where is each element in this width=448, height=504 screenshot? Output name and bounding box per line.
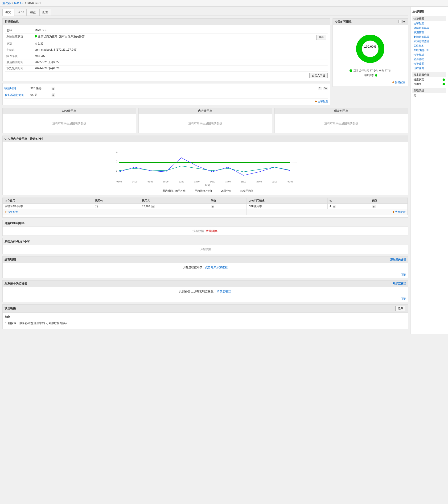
svg-text:14:00: 14:00 bbox=[210, 180, 215, 183]
threshold1-icon[interactable]: ▦ bbox=[211, 205, 214, 208]
disk-usage-header: 磁盘利用率 bbox=[275, 108, 408, 114]
add-process-link[interactable]: 点击此来添加进程 bbox=[205, 266, 228, 269]
process-comma: , bbox=[203, 266, 205, 269]
svg-text:100.00%: 100.00% bbox=[364, 45, 376, 48]
system-load-content: 没有数据 bbox=[3, 245, 408, 254]
sidebar-groups-title: 关联的组 bbox=[412, 88, 446, 93]
svg-text:04:00: 04:00 bbox=[132, 180, 137, 183]
cpu-usage-box: CPU使用率 没有可用来生成图表的数据 bbox=[2, 108, 136, 133]
quick-links-content: 如何 1. 如何纠正服务器磁盘利用率的'无可用数据'错误? bbox=[3, 313, 408, 329]
process-header: 进程明细 添加新的进程 bbox=[3, 256, 408, 263]
monitors-paging[interactable]: 页首 bbox=[3, 296, 408, 302]
memory-label-cell: 物理内存利用率 bbox=[3, 204, 93, 209]
threshold2-cell: ▦ bbox=[370, 204, 408, 209]
sidebar-rca: 根本原因分析 健康状况 可用性 bbox=[412, 72, 446, 86]
avail-calendar-icon[interactable]: ▦ bbox=[403, 20, 406, 23]
sidebar-link-poll-now[interactable]: 现在轮询 bbox=[412, 66, 446, 71]
sidebar-quickview-title: 快捷视图 bbox=[412, 16, 446, 21]
add-monitor-btn[interactable]: 添加监视器 bbox=[393, 282, 406, 286]
tab-cpu[interactable]: CPU bbox=[15, 9, 27, 16]
response-value: 926 毫秒 bbox=[30, 87, 49, 90]
monitor-info-table: 名称 MAC SSH 系统健康状况 健康状态为正常. 没有出现严重的告警. 重件 bbox=[5, 28, 328, 72]
threshold2-icon[interactable]: ▦ bbox=[372, 205, 376, 208]
legend-moving-line bbox=[235, 191, 240, 191]
process-paging[interactable]: 页首 bbox=[3, 272, 408, 278]
legend-moving-avg: 移动平均值 bbox=[235, 189, 253, 193]
svg-text:2: 2 bbox=[116, 170, 118, 172]
tab-overview[interactable]: 概览 bbox=[2, 9, 14, 16]
col-used-mb: 已用兆 bbox=[140, 198, 209, 204]
config-row: ✚ 告警配置 ✚ 告警配置 bbox=[3, 209, 408, 215]
chart-title: CPU及内存使用率 - 最近6小时 bbox=[3, 136, 408, 142]
breadcrumb: 监视器 > Mac OS > MAC SSH bbox=[0, 0, 448, 7]
add-process-btn[interactable]: 添加新的进程 bbox=[390, 258, 406, 261]
svg-text:22:00: 22:00 bbox=[272, 180, 277, 183]
svg-text:10:00: 10:00 bbox=[179, 180, 184, 183]
sidebar-link-hardware-monitor[interactable]: 硬件监视 bbox=[412, 57, 446, 62]
cpu-graph-icon[interactable]: ▦ bbox=[333, 205, 336, 208]
cpu-breakdown-content: 没有数据 放置限除. bbox=[3, 227, 408, 235]
sidebar-link-alert-config[interactable]: 告警配置 bbox=[412, 21, 446, 26]
breadcrumb-macos[interactable]: Mac OS bbox=[14, 1, 24, 5]
sidebar-avail-dot bbox=[443, 83, 445, 85]
add-config-link[interactable]: ✚ 告警配置 bbox=[315, 100, 328, 103]
sidebar-link-confirm-monitor[interactable]: 确晴此监视器 bbox=[412, 26, 446, 30]
sidebar-link-associate-url[interactable]: 关联/删除URL bbox=[412, 48, 446, 53]
process-section: 进程明细 添加新的进程 没有进程被添加 , 点击此来添加进程 页首 bbox=[2, 256, 408, 278]
sidebar-link-add-process[interactable]: 添加进程监视 bbox=[412, 39, 446, 44]
uptime-label[interactable]: 服务器运行时间 bbox=[4, 93, 28, 97]
svg-text:06:00: 06:00 bbox=[147, 180, 153, 183]
col-cpu-use: CPU利用情况 bbox=[247, 198, 328, 204]
cpu-no-data: 没有可用来生成图表的数据 bbox=[3, 114, 136, 133]
monitors-content: 此服务器上没有发现监视器。 请加监视器 bbox=[3, 287, 408, 296]
quick-links-header: 快速链接 隐藏 bbox=[3, 305, 408, 313]
response-30day-btn[interactable]: 30 bbox=[323, 87, 328, 90]
response-7day-btn[interactable]: 7 bbox=[318, 87, 322, 90]
response-row: 响应时间 926 毫秒 ▦ 7 30 bbox=[4, 85, 328, 92]
sidebar-link-unmanage[interactable]: 取消管理 bbox=[412, 30, 446, 35]
avail-export-icon[interactable]: ↑ bbox=[398, 20, 402, 23]
sidebar-groups: 关联的组 无 bbox=[412, 88, 446, 98]
legend-average: 所选时间内的平均值 bbox=[157, 189, 186, 193]
cpu-activate-link[interactable]: 放置限除. bbox=[206, 229, 218, 233]
system-load-section: 系统负荷-最近1小时 没有数据 bbox=[2, 238, 408, 254]
avail-config-link[interactable]: ✚ 告警配置 bbox=[392, 81, 405, 84]
response-graph-icon[interactable]: ▦ bbox=[52, 87, 55, 90]
custom-field-btn[interactable]: 自定义字段 bbox=[309, 73, 328, 78]
sidebar-link-delete-monitor[interactable]: 删除此监视器 bbox=[412, 35, 446, 39]
monitors-header: 此系统中的监视器 添加监视器 bbox=[3, 281, 408, 287]
tab-disk[interactable]: 磁盘 bbox=[27, 9, 39, 16]
sidebar-health-label: 健康状况 bbox=[413, 78, 424, 81]
no-monitor-text: 此服务器上没有发现监视器。 bbox=[179, 290, 216, 293]
response-label[interactable]: 响应时间 bbox=[4, 87, 28, 90]
sidebar-link-alert-template[interactable]: 告警模板 bbox=[412, 53, 446, 57]
threshold1-cell: ▦ bbox=[209, 204, 247, 209]
breadcrumb-monitor[interactable]: 监视器 bbox=[2, 1, 11, 5]
resource-table-section: 内存使用 已用% 已用兆 阈值 CPU利用情况 % 阈值 物理内存利用率 75 bbox=[2, 198, 408, 217]
tab-config[interactable]: 配置 bbox=[39, 9, 51, 16]
avail-legend: 正常运行时间 17 小时 0 分 37 秒 bbox=[349, 69, 391, 72]
reconfig-btn[interactable]: 重件 bbox=[316, 35, 326, 40]
sidebar-avail-row: 可用性 bbox=[412, 82, 446, 86]
metrics-row: CPU使用率 没有可用来生成图表的数据 内存使用率 没有可用来生成图表的数据 磁… bbox=[2, 108, 408, 133]
sidebar-link-alert-settings[interactable]: 告警设置 bbox=[412, 62, 446, 66]
add-monitor-link[interactable]: 请加监视器 bbox=[217, 290, 231, 293]
monitor-info-header: 监视器信息 bbox=[3, 19, 330, 25]
uptime-graph-icon[interactable]: ▦ bbox=[52, 94, 55, 97]
config-link2[interactable]: ✚ 告警配置 bbox=[392, 211, 406, 213]
sidebar-link-associate-script[interactable]: 关联脚本 bbox=[412, 44, 446, 48]
memory-graph-icon[interactable]: ▦ bbox=[152, 205, 155, 208]
legend-green-dot bbox=[349, 69, 352, 72]
no-process-text: 没有进程被添加 bbox=[183, 266, 202, 269]
monitors-title: 此系统中的监视器 bbox=[4, 282, 27, 286]
svg-text:时间: 时间 bbox=[205, 184, 210, 186]
legend-hourly-line bbox=[189, 191, 194, 191]
health-dot bbox=[35, 35, 37, 37]
value-type: 服务器 bbox=[33, 41, 328, 47]
cpu-no-data: 没有数据 bbox=[193, 229, 204, 233]
breadcrumb-current: MAC SSH bbox=[28, 1, 40, 5]
quick-links-hide-btn[interactable]: 隐藏 bbox=[395, 306, 406, 311]
resource-table-row: 物理内存利用率 75 12,288 ▦ ▦ CPU使用率 bbox=[3, 204, 408, 209]
svg-text:18:00: 18:00 bbox=[241, 180, 246, 183]
config-link1[interactable]: ✚ 告警配置 bbox=[5, 211, 18, 213]
